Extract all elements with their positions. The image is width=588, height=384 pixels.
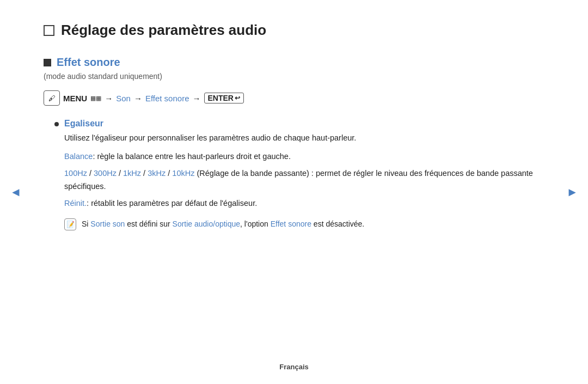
section-title: Effet sonore [57,56,120,69]
enter-key: ENTER↩ [204,93,244,103]
bullet-item-egaliseur: Egaliseur [54,119,544,129]
note-sortie-audio: Sortie audio/optique [173,220,241,228]
note-text: Si Sortie son est défini sur Sortie audi… [82,218,364,230]
menu-arrow-1: → [105,94,113,103]
freq-300: 300Hz [94,169,117,178]
reinit-label: Réinit. [64,199,87,208]
section-subtitle: (mode audio standard uniquement) [44,72,544,81]
page-title-row: Réglage des paramètres audio [44,22,544,39]
freq-10k: 10kHz [172,169,194,178]
enter-label: ENTER [208,94,234,102]
section-square-icon [44,59,51,66]
content-block: Utilisez l'égaliseur pour personnaliser … [64,132,544,230]
section-header: Effet sonore [44,56,544,69]
menu-hand-icon: 🖋 [44,90,60,106]
checkbox-icon [44,25,54,36]
note-text-3: , l'option [240,220,271,228]
note-block: 📝 Si Sortie son est défini sur Sortie au… [64,218,544,230]
freq-line: 100Hz / 300Hz / 1kHz / 3kHz / 10kHz (Rég… [64,167,544,193]
freq-sep-2: / [119,169,123,178]
nav-arrow-right[interactable]: ► [566,185,578,199]
reinit-line: Réinit.: rétablit les paramètres par déf… [64,197,544,210]
page-container: Réglage des paramètres audio Effet sonor… [0,0,588,384]
note-effet-sonore: Effet sonore [271,220,311,228]
note-icon: 📝 [64,218,76,230]
page-title: Réglage des paramètres audio [61,22,266,39]
menu-arrow-3: → [193,94,201,103]
footer-text: Français [279,363,308,371]
freq-sep-1: / [89,169,94,178]
reinit-text: : rétablit les paramètres par défaut de … [87,199,257,208]
freq-1k: 1kHz [123,169,141,178]
bullet-section: Egaliseur [54,119,544,129]
menu-label-grid: ▦▦ [90,95,101,102]
menu-effet-link[interactable]: Effet sonore [145,94,189,103]
freq-3k: 3kHz [148,169,166,178]
menu-son-link[interactable]: Son [116,94,131,103]
balance-line: Balance: règle la balance entre les haut… [64,150,544,163]
menu-arrow-2: → [134,94,142,103]
nav-arrow-left[interactable]: ◄ [10,185,22,199]
freq-sep-3: / [143,169,148,178]
enter-symbol: ↩ [235,94,240,102]
note-text-2: est défini sur [125,220,172,228]
menu-path: 🖋 MENU ▦▦ → Son → Effet sonore → ENTER↩ [44,90,544,106]
balance-text: : règle la balance entre les haut-parleu… [93,152,291,161]
description-text: Utilisez l'égaliseur pour personnaliser … [64,132,544,144]
freq-100: 100Hz [64,169,87,178]
note-sortie-son: Sortie son [90,220,125,228]
note-text-1: Si [82,220,90,228]
note-text-4: est désactivée. [311,220,364,228]
menu-label: MENU [63,94,87,103]
bullet-title: Egaliseur [64,119,103,129]
bullet-dot-icon [54,122,59,126]
balance-label: Balance [64,152,93,161]
